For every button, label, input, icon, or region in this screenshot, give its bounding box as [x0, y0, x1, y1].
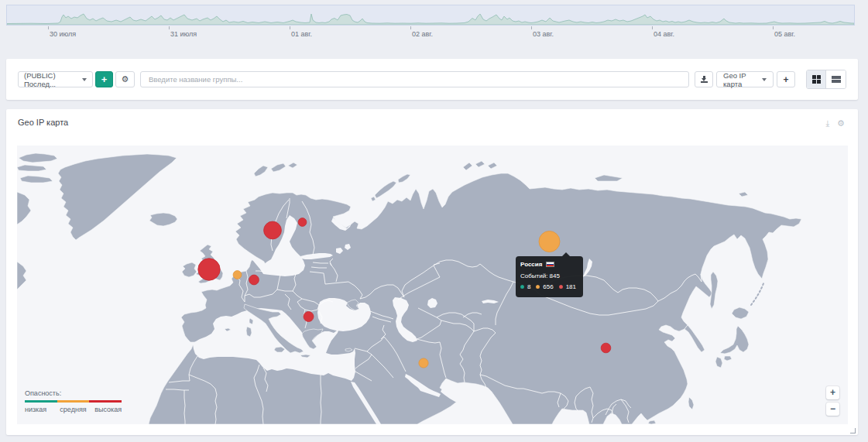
dashboard-toolbar: (PUBLIC) Послед... + ⚙ Geo IP карта +: [6, 59, 858, 100]
view-toggle: [806, 70, 846, 89]
landmass-svalbard: [288, 163, 297, 168]
timeline-tick: [410, 26, 411, 29]
resize-grip-icon[interactable]: [850, 428, 856, 433]
landmass-arctic-island: [17, 165, 46, 171]
timeline-tick-label: 04 авг.: [654, 30, 674, 38]
widget-select[interactable]: Geo IP карта: [716, 71, 774, 87]
landmass-arctic-island: [19, 153, 57, 163]
map-legend: Опасность: низкаясредняявысокая: [25, 389, 122, 413]
landmass-hainan: [648, 420, 656, 424]
landmass-mainland: [149, 173, 801, 424]
landmass-ireland: [182, 262, 197, 277]
map-event-bubble-high[interactable]: [264, 221, 282, 239]
map-event-bubble-high[interactable]: [298, 218, 307, 227]
timeline-tick-label: 31 июля: [170, 30, 197, 38]
landmass-greenland: [58, 154, 177, 240]
group-select-label: (PUBLIC) Послед...: [24, 71, 77, 88]
landmass-kyushu: [715, 357, 722, 368]
widget-settings-icon[interactable]: ⚙: [836, 118, 846, 128]
gear-icon: ⚙: [122, 74, 129, 84]
map-event-bubble-medium[interactable]: [419, 358, 428, 368]
grid-icon: [812, 75, 821, 84]
group-select[interactable]: (PUBLIC) Послед...: [18, 71, 93, 87]
landmass-svalbard: [271, 163, 286, 172]
map-tooltip: Россия Событий: 845 8656181: [516, 256, 583, 297]
landmass-severnaya-zemlya: [463, 163, 472, 170]
widget-select-label: Geo IP карта: [723, 71, 757, 88]
map-event-bubble-high[interactable]: [198, 259, 220, 280]
map-event-bubble-medium[interactable]: [539, 231, 560, 252]
landmass-honshu: [720, 326, 749, 354]
plus-icon: +: [101, 74, 108, 85]
map-event-bubble-high[interactable]: [249, 275, 259, 285]
widget-export-icon[interactable]: ⤓: [823, 118, 832, 128]
severity-count-medium: 656: [543, 283, 553, 290]
chevron-down-icon: [762, 78, 767, 81]
landmass-severnaya-zemlya: [488, 163, 497, 169]
chevron-down-icon: [82, 78, 87, 81]
landmass-new-siberian-islands: [595, 175, 623, 181]
legend-severity-bar: [25, 400, 122, 403]
landmass-hokkaido: [732, 307, 749, 319]
legend-segment-low: [25, 400, 57, 403]
landmass-arctic-island: [20, 176, 53, 183]
severity-count-low: 8: [527, 283, 530, 290]
legend-segment-high: [89, 400, 122, 403]
group-settings-button[interactable]: ⚙: [115, 71, 135, 87]
timeline-tick-label: 30 июля: [50, 30, 76, 38]
severity-dot-low: [520, 285, 524, 289]
add-group-button[interactable]: +: [95, 71, 113, 87]
severity-dot-high: [559, 285, 563, 289]
landmass-labrador: [17, 262, 26, 290]
export-button[interactable]: [695, 71, 713, 87]
timeline-tick-label: 03 авг.: [533, 30, 554, 38]
geoip-widget-card: Geo IP карта ⤓ ⚙ Опасность: низкаясредня…: [6, 109, 858, 435]
map-event-bubble-high[interactable]: [304, 312, 314, 322]
list-icon: [832, 76, 841, 84]
timeline-tick: [652, 26, 653, 29]
russia-flag-icon: [546, 262, 554, 267]
landmass-taiwan: [688, 397, 694, 409]
geoip-map[interactable]: Опасность: низкаясредняявысокая + − Росс…: [17, 146, 848, 424]
add-widget-button[interactable]: +: [777, 71, 795, 87]
timeline-tick: [169, 26, 170, 29]
map-event-bubble-medium[interactable]: [233, 271, 242, 279]
timeline-tick: [48, 26, 49, 29]
list-view-button[interactable]: [826, 70, 846, 88]
timeline-tick: [290, 26, 290, 29]
tooltip-severity-counts: 8656181: [520, 283, 578, 290]
plus-icon: +: [783, 74, 788, 85]
timeline-chart[interactable]: [6, 5, 855, 26]
legend-label-medium: средняя: [57, 406, 90, 413]
tooltip-events: Событий: 845: [520, 272, 578, 280]
download-icon: [701, 76, 708, 83]
timeline-tick-label: 05 авг.: [774, 30, 795, 38]
map-zoom-controls: + −: [826, 383, 839, 416]
landmass-novaya-zemlya: [398, 174, 410, 183]
timeline-axis: 30 июля31 июля01 авг.02 авг.03 авг.04 ав…: [0, 26, 868, 41]
legend-label-low: низкая: [25, 406, 57, 413]
sea-bay-of-bengal: [559, 409, 588, 424]
landmass-shikoku: [724, 356, 732, 361]
widget-title: Geo IP карта: [18, 118, 68, 127]
tooltip-country: Россия: [520, 261, 542, 268]
legend-segment-medium: [57, 400, 90, 403]
zoom-out-button[interactable]: −: [826, 403, 839, 416]
landmass-sardinia: [246, 327, 252, 337]
group-name-input[interactable]: [140, 71, 689, 87]
kuril-islands: [751, 282, 764, 305]
landmass-iceland: [149, 213, 177, 226]
severity-dot-medium: [536, 285, 540, 289]
timeline-panel: 30 июля31 июля01 авг.02 авг.03 авг.04 ав…: [0, 0, 868, 43]
landmass-svalbard: [254, 166, 268, 176]
legend-title: Опасность:: [25, 389, 122, 397]
legend-labels: низкаясредняявысокая: [25, 406, 122, 413]
landmass-baffin: [17, 192, 31, 224]
timeline-tick-label: 02 авг.: [412, 30, 433, 38]
zoom-in-button[interactable]: +: [826, 386, 839, 399]
landmass-vaygach: [371, 197, 376, 201]
map-event-bubble-high[interactable]: [601, 343, 611, 353]
grid-view-button[interactable]: [807, 70, 826, 88]
timeline-area-series: [7, 14, 854, 25]
severity-count-high: 181: [566, 283, 576, 290]
